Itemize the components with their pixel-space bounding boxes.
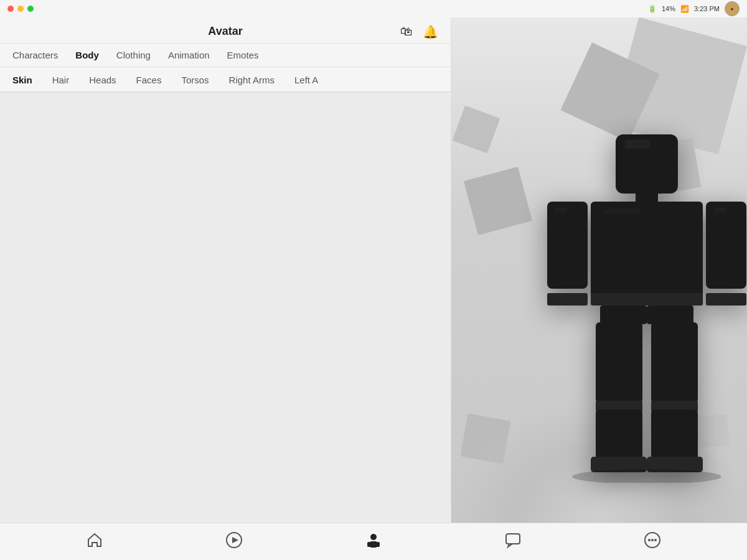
svg-rect-5: [547, 293, 588, 306]
svg-point-25: [370, 534, 377, 540]
nav-play-button[interactable]: [218, 526, 250, 558]
3d-viewport: [451, 17, 747, 523]
wifi-icon: 📶: [680, 5, 689, 13]
bell-icon: 🔔: [423, 25, 438, 39]
subtab-torsos[interactable]: Torsos: [179, 67, 211, 93]
chat-icon: [504, 531, 522, 553]
avatar-dot: ●: [731, 6, 734, 12]
svg-rect-2: [591, 202, 703, 301]
status-bar: 🔋 14% 📶 3:23 PM ●: [0, 0, 747, 17]
svg-rect-12: [596, 409, 642, 459]
notification-button[interactable]: 🔔: [423, 24, 438, 39]
svg-rect-8: [600, 306, 647, 324]
svg-rect-14: [651, 322, 698, 403]
tab-clothing[interactable]: Clothing: [114, 44, 153, 67]
tab-emotes[interactable]: Emotes: [225, 44, 261, 67]
clock: 3:23 PM: [694, 5, 720, 12]
tab-body[interactable]: Body: [73, 44, 101, 67]
subtab-faces[interactable]: Faces: [134, 67, 164, 93]
svg-point-31: [648, 539, 651, 541]
subtab-skin[interactable]: Skin: [10, 67, 35, 93]
svg-point-32: [651, 539, 654, 541]
bottom-nav: [0, 523, 747, 560]
play-icon: [225, 531, 243, 553]
battery-icon: 🔋: [648, 5, 657, 13]
window-controls: [7, 6, 34, 12]
svg-rect-4: [547, 202, 588, 289]
tab-characters[interactable]: Characters: [10, 44, 60, 67]
cart-button[interactable]: 🛍: [400, 24, 413, 39]
more-icon: [644, 531, 661, 553]
svg-rect-19: [603, 209, 641, 214]
svg-rect-16: [651, 409, 698, 459]
main-container: Avatar 🛍 🔔 Characters Body Clothing Anim…: [0, 17, 747, 523]
nav-chat-button[interactable]: [497, 526, 529, 558]
subtab-heads[interactable]: Heads: [87, 67, 118, 93]
svg-point-33: [654, 539, 657, 541]
tab-animation[interactable]: Animation: [166, 44, 212, 67]
status-indicators: 🔋 14% 📶 3:23 PM ●: [648, 1, 740, 16]
nav-home-button[interactable]: [79, 526, 110, 558]
svg-rect-28: [376, 542, 380, 547]
character-display: [529, 122, 748, 485]
battery-level: 14%: [662, 5, 675, 12]
minimize-button[interactable]: [17, 6, 24, 12]
nav-tabs: Characters Body Clothing Animation Emote…: [0, 44, 451, 67]
svg-rect-27: [367, 542, 371, 547]
svg-rect-10: [596, 322, 642, 403]
cart-icon: 🛍: [400, 24, 413, 38]
subtab-left[interactable]: Left A: [292, 67, 321, 93]
left-panel: Avatar 🛍 🔔 Characters Body Clothing Anim…: [0, 17, 451, 523]
sub-tabs: Skin Hair Heads Faces Torsos Right Arms …: [0, 67, 451, 93]
subtab-hair[interactable]: Hair: [50, 67, 72, 93]
character-svg: [529, 122, 748, 483]
home-icon: [86, 531, 103, 553]
svg-rect-18: [625, 139, 650, 149]
nav-avatar-button[interactable]: [358, 526, 389, 558]
svg-rect-6: [706, 202, 746, 289]
svg-rect-3: [591, 293, 703, 306]
svg-rect-9: [647, 306, 693, 324]
close-button[interactable]: [7, 6, 14, 12]
subtab-right-arms[interactable]: Right Arms: [227, 67, 277, 93]
avatar-icon: [365, 531, 382, 553]
user-avatar-small[interactable]: ●: [725, 1, 740, 16]
header: Avatar 🛍 🔔: [0, 17, 451, 44]
content-area: [0, 93, 451, 523]
svg-rect-7: [706, 293, 746, 306]
svg-rect-20: [555, 208, 567, 213]
page-title: Avatar: [208, 25, 242, 38]
svg-rect-29: [506, 534, 520, 544]
maximize-button[interactable]: [27, 6, 34, 12]
svg-marker-24: [232, 537, 238, 543]
svg-rect-21: [714, 208, 726, 213]
header-icons: 🛍 🔔: [400, 24, 438, 39]
nav-more-button[interactable]: [637, 526, 668, 558]
